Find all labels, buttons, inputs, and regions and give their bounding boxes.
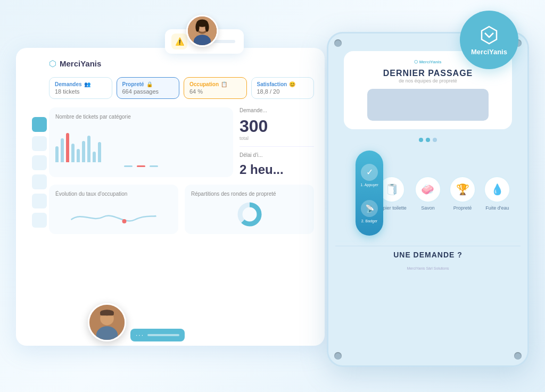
kpi-demandes-label: Demandes <box>55 81 82 87</box>
step1-label: 1. Appuyer <box>360 183 378 187</box>
action-fuite-eau[interactable]: 💧 Fuite d'eau <box>484 176 510 211</box>
blue-oval-button[interactable]: ✓ 1. Appuyer 📡 2. Badger <box>356 151 383 236</box>
terminal-device: ⬡ MerciYanis DERNIER PASSAGE de nos équi… <box>327 32 529 367</box>
side-stat-demandes-value: 300 <box>240 118 314 135</box>
svg-marker-15 <box>482 27 497 44</box>
sidebar-item-2[interactable] <box>32 136 47 151</box>
sidebar-item-3[interactable] <box>32 155 47 170</box>
une-demande-section: UNE DEMANDE ? <box>335 241 521 261</box>
sidebar-item-4[interactable] <box>32 174 47 189</box>
charts-row-bottom: Évolution du taux d'occupation Répartiti… <box>49 185 314 234</box>
side-stat-delai-value: 2 heu... <box>240 162 314 177</box>
avatar-female <box>186 15 218 47</box>
brand-logo-circle: MerciYanis <box>460 11 518 69</box>
kpi-occupation-label: Occupation <box>189 81 219 87</box>
side-stat-delai-label: Délai d'i... <box>240 152 314 158</box>
kpi-proprete-label: Propreté <box>122 81 144 87</box>
dashboard-header: ⬡ MerciYanis <box>49 59 314 69</box>
kpi-demandes[interactable]: Demandes 👥 18 tickets <box>49 77 112 99</box>
kpi-proprete-value: 664 passages <box>122 88 174 95</box>
svg-rect-14 <box>100 312 114 315</box>
kpi-satisfaction-value: 18,8 / 20 <box>257 88 309 95</box>
kpi-proprete-icon: 🔒 <box>146 81 153 87</box>
dashboard-card: ⬡ MerciYanis Demandes 👥 18 tickets Propr… <box>16 48 325 346</box>
sidebar-item-5[interactable] <box>32 194 47 208</box>
svg-point-9 <box>205 22 209 32</box>
donut-chart <box>191 201 308 228</box>
screw-br <box>514 352 522 360</box>
kpi-satisfaction-label: Satisfaction <box>257 81 287 87</box>
side-stat-divider <box>240 146 314 147</box>
proprete-label: Propreté <box>453 205 472 211</box>
kpi-occupation-icon: 📋 <box>221 81 227 87</box>
sidebar <box>32 117 47 228</box>
notif-warning-icon: ⚠️ <box>171 34 187 49</box>
chart-repartition-box: Répartitions des rondes de propreté <box>185 185 314 234</box>
side-stat-demandes-label: Demande... <box>240 107 314 113</box>
kpi-proprete[interactable]: Propreté 🔒 664 passages <box>117 77 180 99</box>
wave-chart <box>55 201 172 228</box>
kpi-occupation[interactable]: Occupation 📋 64 % <box>184 77 247 99</box>
chat-line <box>147 334 179 336</box>
action-items-row: 🧻 Papier toilette 🧼 Savon 🏆 Propreté 💧 F… <box>373 174 515 213</box>
sidebar-item-6[interactable] <box>32 213 47 228</box>
terminal-action-section: ✓ 1. Appuyer 📡 2. Badger 🧻 Papier toilet… <box>335 151 521 236</box>
terminal-logo-icon: ⬡ <box>414 60 418 64</box>
chart-evolution-title: Évolution du taux d'occupation <box>55 191 172 197</box>
action-savon[interactable]: 🧼 Savon <box>415 176 441 211</box>
svg-point-0 <box>122 219 127 223</box>
fuite-eau-icon: 💧 <box>484 176 510 203</box>
terminal-panel-subtitle: de nos équipes de propreté <box>352 78 503 84</box>
avatar-male <box>88 303 126 341</box>
dashboard-logo-text: MerciYanis <box>60 59 101 68</box>
dashboard-logo-icon: ⬡ <box>49 59 56 69</box>
kpi-row: Demandes 👥 18 tickets Propreté 🔒 664 pas… <box>49 77 314 99</box>
sidebar-item-1[interactable] <box>32 117 47 132</box>
terminal-dernier-passage: DERNIER PASSAGE <box>352 69 503 78</box>
terminal-footer: MerciYanis Sàrl Solutions <box>335 266 521 274</box>
pdot-2 <box>426 138 430 142</box>
chart-repartition-title: Répartitions des rondes de propreté <box>191 191 308 197</box>
fuite-eau-label: Fuite d'eau <box>485 205 509 211</box>
step1-check-icon: ✓ <box>361 164 378 181</box>
svg-point-8 <box>195 22 199 32</box>
side-stats: Demande... 300 total Délai d'i... 2 heu.… <box>240 107 314 177</box>
pdot-1 <box>419 138 423 142</box>
savon-icon: 🧼 <box>415 176 441 203</box>
kpi-satisfaction[interactable]: Satisfaction 😊 18,8 / 20 <box>251 77 315 99</box>
action-proprete[interactable]: 🏆 Propreté <box>449 176 476 211</box>
proprete-icon: 🏆 <box>449 176 476 203</box>
kpi-occupation-value: 64 % <box>189 88 241 95</box>
terminal-grey-box <box>367 89 488 121</box>
step2-badge-icon: 📡 <box>361 200 378 217</box>
chart-tickets-title: Nombre de tickets par catégorie <box>55 114 227 120</box>
chat-bubble: ··· <box>130 329 185 341</box>
pdot-3 <box>433 138 437 142</box>
kpi-satisfaction-icon: 😊 <box>289 81 295 87</box>
brand-logo-circle-text: MerciYanis <box>471 48 507 56</box>
side-stat-demandes-sub: total <box>240 136 314 141</box>
chart-tickets-box: Nombre de tickets par catégorie <box>49 107 233 177</box>
savon-label: Savon <box>421 205 435 211</box>
progress-dots <box>335 138 521 142</box>
chart-evolution-box: Évolution du taux d'occupation <box>49 185 178 234</box>
charts-row-main: Nombre de tickets par catégorie <box>49 107 314 177</box>
chat-dots: ··· <box>136 331 144 339</box>
screw-bl <box>334 352 342 360</box>
screw-tl <box>334 39 342 47</box>
une-demande-text: UNE DEMANDE ? <box>393 251 463 259</box>
step2-label: 2. Badger <box>361 219 377 223</box>
kpi-demandes-icon: 👥 <box>84 81 90 87</box>
kpi-demandes-value: 18 tickets <box>55 88 106 95</box>
bar-chart <box>55 125 227 162</box>
